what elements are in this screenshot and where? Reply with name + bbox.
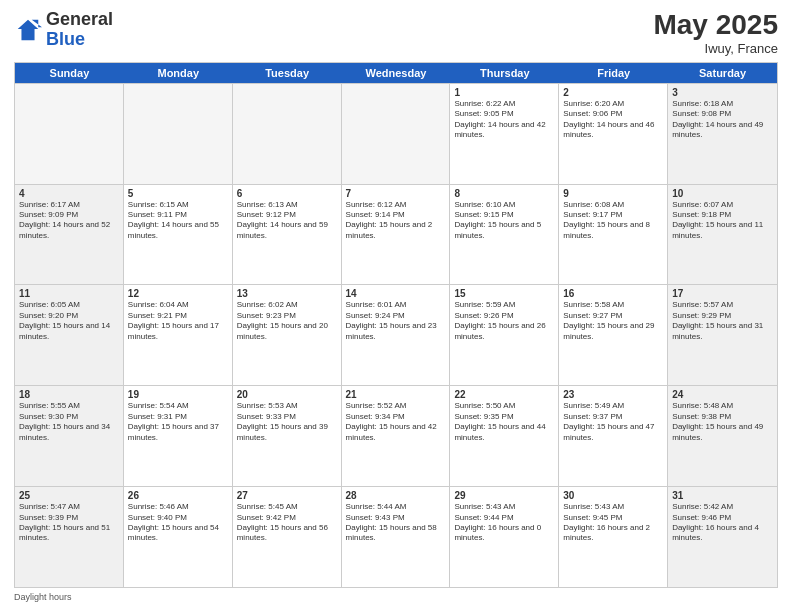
calendar-cell-w2-d4: 15Sunrise: 5:59 AM Sunset: 9:26 PM Dayli… (450, 285, 559, 385)
day-number: 4 (19, 188, 119, 199)
cell-info: Sunrise: 6:01 AM Sunset: 9:24 PM Dayligh… (346, 300, 446, 342)
header: General Blue May 2025 Iwuy, France (14, 10, 778, 56)
calendar-cell-w1-d0: 4Sunrise: 6:17 AM Sunset: 9:09 PM Daylig… (15, 185, 124, 285)
logo: General Blue (14, 10, 113, 50)
day-number: 29 (454, 490, 554, 501)
cell-info: Sunrise: 5:43 AM Sunset: 9:45 PM Dayligh… (563, 502, 663, 544)
cell-info: Sunrise: 5:46 AM Sunset: 9:40 PM Dayligh… (128, 502, 228, 544)
day-number: 23 (563, 389, 663, 400)
calendar-cell-w4-d4: 29Sunrise: 5:43 AM Sunset: 9:44 PM Dayli… (450, 487, 559, 587)
calendar-cell-w3-d0: 18Sunrise: 5:55 AM Sunset: 9:30 PM Dayli… (15, 386, 124, 486)
calendar-cell-w0-d5: 2Sunrise: 6:20 AM Sunset: 9:06 PM Daylig… (559, 84, 668, 184)
title-block: May 2025 Iwuy, France (653, 10, 778, 56)
calendar-cell-w0-d6: 3Sunrise: 6:18 AM Sunset: 9:08 PM Daylig… (668, 84, 777, 184)
calendar-row-1: 4Sunrise: 6:17 AM Sunset: 9:09 PM Daylig… (15, 184, 777, 285)
day-number: 28 (346, 490, 446, 501)
weekday-header-tuesday: Tuesday (233, 63, 342, 83)
cell-info: Sunrise: 6:10 AM Sunset: 9:15 PM Dayligh… (454, 200, 554, 242)
day-number: 1 (454, 87, 554, 98)
svg-marker-0 (18, 20, 39, 41)
calendar-cell-w0-d3 (342, 84, 451, 184)
calendar-cell-w3-d4: 22Sunrise: 5:50 AM Sunset: 9:35 PM Dayli… (450, 386, 559, 486)
day-number: 5 (128, 188, 228, 199)
day-number: 22 (454, 389, 554, 400)
calendar-cell-w4-d2: 27Sunrise: 5:45 AM Sunset: 9:42 PM Dayli… (233, 487, 342, 587)
calendar-cell-w0-d0 (15, 84, 124, 184)
calendar-row-4: 25Sunrise: 5:47 AM Sunset: 9:39 PM Dayli… (15, 486, 777, 587)
day-number: 27 (237, 490, 337, 501)
day-number: 30 (563, 490, 663, 501)
calendar-cell-w2-d5: 16Sunrise: 5:58 AM Sunset: 9:27 PM Dayli… (559, 285, 668, 385)
calendar-cell-w3-d1: 19Sunrise: 5:54 AM Sunset: 9:31 PM Dayli… (124, 386, 233, 486)
cell-info: Sunrise: 6:15 AM Sunset: 9:11 PM Dayligh… (128, 200, 228, 242)
calendar-cell-w1-d3: 7Sunrise: 6:12 AM Sunset: 9:14 PM Daylig… (342, 185, 451, 285)
day-number: 17 (672, 288, 773, 299)
cell-info: Sunrise: 6:13 AM Sunset: 9:12 PM Dayligh… (237, 200, 337, 242)
logo-general: General (46, 9, 113, 29)
day-number: 15 (454, 288, 554, 299)
weekday-header-wednesday: Wednesday (342, 63, 451, 83)
day-number: 13 (237, 288, 337, 299)
calendar-cell-w1-d4: 8Sunrise: 6:10 AM Sunset: 9:15 PM Daylig… (450, 185, 559, 285)
calendar-cell-w0-d1 (124, 84, 233, 184)
calendar-row-0: 1Sunrise: 6:22 AM Sunset: 9:05 PM Daylig… (15, 83, 777, 184)
day-number: 12 (128, 288, 228, 299)
day-number: 3 (672, 87, 773, 98)
day-number: 6 (237, 188, 337, 199)
cell-info: Sunrise: 5:45 AM Sunset: 9:42 PM Dayligh… (237, 502, 337, 544)
cell-info: Sunrise: 6:07 AM Sunset: 9:18 PM Dayligh… (672, 200, 773, 242)
cell-info: Sunrise: 5:59 AM Sunset: 9:26 PM Dayligh… (454, 300, 554, 342)
calendar-cell-w3-d6: 24Sunrise: 5:48 AM Sunset: 9:38 PM Dayli… (668, 386, 777, 486)
cell-info: Sunrise: 5:43 AM Sunset: 9:44 PM Dayligh… (454, 502, 554, 544)
cell-info: Sunrise: 5:58 AM Sunset: 9:27 PM Dayligh… (563, 300, 663, 342)
cell-info: Sunrise: 5:42 AM Sunset: 9:46 PM Dayligh… (672, 502, 773, 544)
day-number: 11 (19, 288, 119, 299)
cell-info: Sunrise: 5:49 AM Sunset: 9:37 PM Dayligh… (563, 401, 663, 443)
calendar-cell-w2-d0: 11Sunrise: 6:05 AM Sunset: 9:20 PM Dayli… (15, 285, 124, 385)
day-number: 31 (672, 490, 773, 501)
cell-info: Sunrise: 5:52 AM Sunset: 9:34 PM Dayligh… (346, 401, 446, 443)
weekday-header-monday: Monday (124, 63, 233, 83)
day-number: 8 (454, 188, 554, 199)
calendar-cell-w2-d6: 17Sunrise: 5:57 AM Sunset: 9:29 PM Dayli… (668, 285, 777, 385)
cell-info: Sunrise: 6:12 AM Sunset: 9:14 PM Dayligh… (346, 200, 446, 242)
weekday-header-sunday: Sunday (15, 63, 124, 83)
cell-info: Sunrise: 5:44 AM Sunset: 9:43 PM Dayligh… (346, 502, 446, 544)
day-number: 24 (672, 389, 773, 400)
logo-text: General Blue (46, 10, 113, 50)
calendar-cell-w3-d5: 23Sunrise: 5:49 AM Sunset: 9:37 PM Dayli… (559, 386, 668, 486)
logo-blue: Blue (46, 29, 85, 49)
day-number: 7 (346, 188, 446, 199)
day-number: 20 (237, 389, 337, 400)
day-number: 19 (128, 389, 228, 400)
cell-info: Sunrise: 6:02 AM Sunset: 9:23 PM Dayligh… (237, 300, 337, 342)
cell-info: Sunrise: 6:22 AM Sunset: 9:05 PM Dayligh… (454, 99, 554, 141)
weekday-header-friday: Friday (559, 63, 668, 83)
cell-info: Sunrise: 6:04 AM Sunset: 9:21 PM Dayligh… (128, 300, 228, 342)
calendar-cell-w2-d3: 14Sunrise: 6:01 AM Sunset: 9:24 PM Dayli… (342, 285, 451, 385)
calendar-cell-w4-d6: 31Sunrise: 5:42 AM Sunset: 9:46 PM Dayli… (668, 487, 777, 587)
calendar-row-2: 11Sunrise: 6:05 AM Sunset: 9:20 PM Dayli… (15, 284, 777, 385)
cell-info: Sunrise: 6:08 AM Sunset: 9:17 PM Dayligh… (563, 200, 663, 242)
day-number: 2 (563, 87, 663, 98)
calendar-cell-w1-d1: 5Sunrise: 6:15 AM Sunset: 9:11 PM Daylig… (124, 185, 233, 285)
cell-info: Sunrise: 6:17 AM Sunset: 9:09 PM Dayligh… (19, 200, 119, 242)
calendar-cell-w1-d6: 10Sunrise: 6:07 AM Sunset: 9:18 PM Dayli… (668, 185, 777, 285)
calendar-cell-w4-d5: 30Sunrise: 5:43 AM Sunset: 9:45 PM Dayli… (559, 487, 668, 587)
day-number: 16 (563, 288, 663, 299)
weekday-header-saturday: Saturday (668, 63, 777, 83)
calendar-cell-w2-d1: 12Sunrise: 6:04 AM Sunset: 9:21 PM Dayli… (124, 285, 233, 385)
day-number: 26 (128, 490, 228, 501)
cell-info: Sunrise: 5:47 AM Sunset: 9:39 PM Dayligh… (19, 502, 119, 544)
calendar: SundayMondayTuesdayWednesdayThursdayFrid… (14, 62, 778, 588)
day-number: 9 (563, 188, 663, 199)
page: General Blue May 2025 Iwuy, France Sunda… (0, 0, 792, 612)
cell-info: Sunrise: 6:18 AM Sunset: 9:08 PM Dayligh… (672, 99, 773, 141)
day-number: 14 (346, 288, 446, 299)
cell-info: Sunrise: 5:50 AM Sunset: 9:35 PM Dayligh… (454, 401, 554, 443)
cell-info: Sunrise: 6:05 AM Sunset: 9:20 PM Dayligh… (19, 300, 119, 342)
cell-info: Sunrise: 6:20 AM Sunset: 9:06 PM Dayligh… (563, 99, 663, 141)
calendar-cell-w4-d0: 25Sunrise: 5:47 AM Sunset: 9:39 PM Dayli… (15, 487, 124, 587)
calendar-row-3: 18Sunrise: 5:55 AM Sunset: 9:30 PM Dayli… (15, 385, 777, 486)
cell-info: Sunrise: 5:48 AM Sunset: 9:38 PM Dayligh… (672, 401, 773, 443)
